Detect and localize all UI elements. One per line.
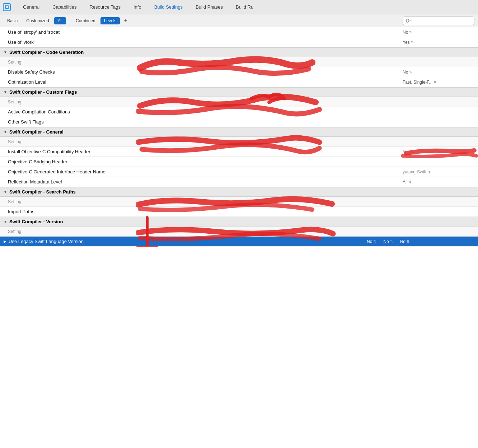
triangle-custom-flags: ▼: [4, 90, 7, 94]
levels-button[interactable]: Levels: [100, 17, 120, 24]
row-label-import-paths: Import Paths: [8, 209, 403, 214]
all-button[interactable]: All: [54, 17, 66, 24]
section-code-gen-label: Swift Compiler - Code Generation: [9, 50, 84, 55]
combined-button[interactable]: Combined: [72, 17, 99, 24]
triangle-search-paths: ▼: [4, 190, 7, 194]
legacy-swift-val1: No ⇅: [367, 239, 376, 244]
row-values-legacy-swift: No ⇅ No ⇅ No ⇅: [367, 239, 474, 244]
row-label-vfork: Use of 'vfork': [8, 39, 403, 45]
toolbar-divider: [69, 17, 69, 24]
basic-button[interactable]: Basic: [4, 17, 21, 24]
setting-label-code-gen: Setting: [8, 60, 403, 65]
stepper-legacy-1[interactable]: ⇅: [373, 239, 376, 243]
section-code-gen[interactable]: ▼ Swift Compiler - Code Generation: [0, 47, 478, 57]
section-search-paths-label: Swift Compiler - Search Paths: [9, 189, 76, 195]
row-label-legacy-swift: Use Legacy Swift Language Version: [9, 239, 367, 244]
tab-bar: General Capabilities Resource Tags Info …: [0, 0, 478, 14]
setting-label-swift-version: Setting: [8, 229, 403, 234]
section-swift-version-label: Swift Compiler - Version: [9, 219, 63, 224]
row-label-objc-interface: Objective-C Generated Interface Header N…: [8, 169, 403, 174]
row-value-strcpy: No ⇅: [403, 30, 474, 35]
tab-capabilities[interactable]: Capabilities: [46, 0, 83, 14]
setting-row-code-gen: Setting: [0, 57, 478, 67]
setting-row-swift-general: Setting: [0, 137, 478, 147]
row-objc-bridging[interactable]: Objective-C Bridging Header: [0, 157, 478, 167]
tab-general[interactable]: General: [17, 0, 46, 14]
row-value-reflection: All ⇅: [403, 179, 474, 185]
stepper-disable-safety[interactable]: ⇅: [409, 70, 412, 74]
row-value-optimization: Fast, Single-F... ⇅: [403, 80, 474, 85]
row-value-vfork: Yes ⇅: [403, 40, 474, 45]
row-label-install-objc: Install Objective-C Compatibility Header: [8, 149, 403, 154]
tab-info[interactable]: Info: [127, 0, 148, 14]
tab-build-phases[interactable]: Build Phases: [189, 0, 229, 14]
section-custom-flags-label: Swift Compiler - Custom Flags: [9, 89, 77, 95]
row-disable-safety[interactable]: Disable Safety Checks No ⇅: [0, 67, 478, 77]
row-label-disable-safety: Disable Safety Checks: [8, 69, 403, 75]
legacy-swift-val3: No ⇅: [400, 239, 409, 244]
sub-toolbar: Basic Customized All Combined Levels +: [0, 14, 478, 27]
tab-resource-tags[interactable]: Resource Tags: [83, 0, 127, 14]
row-label-strcpy: Use of 'strcpy' and 'strcat': [8, 29, 403, 35]
row-install-objc[interactable]: Install Objective-C Compatibility Header…: [0, 147, 478, 157]
stepper-strcpy[interactable]: ⇅: [409, 30, 412, 34]
settings-content: Use of 'strcpy' and 'strcat' No ⇅ Use of…: [0, 27, 478, 247]
row-label-objc-bridging: Objective-C Bridging Header: [8, 159, 403, 164]
row-reflection[interactable]: Reflection Metadata Level All ⇅: [0, 177, 478, 187]
setting-label-search-paths: Setting: [8, 199, 403, 204]
tab-build-rules[interactable]: Build Ru: [229, 0, 260, 14]
row-value-objc-interface: yutang-Swift.h: [403, 169, 474, 174]
stepper-legacy-3[interactable]: ⇅: [407, 239, 409, 243]
section-swift-general[interactable]: ▼ Swift Compiler - General: [0, 127, 478, 137]
search-box[interactable]: [403, 17, 474, 25]
row-label-other-swift-flags: Other Swift Flags: [8, 119, 403, 125]
row-active-compilation[interactable]: Active Compilation Conditions: [0, 107, 478, 117]
setting-row-custom-flags: Setting: [0, 97, 478, 107]
row-import-paths[interactable]: Import Paths: [0, 207, 478, 217]
tab-build-settings[interactable]: Build Settings: [148, 0, 189, 14]
stepper-optimization[interactable]: ⇅: [434, 80, 436, 84]
section-custom-flags[interactable]: ▼ Swift Compiler - Custom Flags: [0, 87, 478, 97]
row-vfork[interactable]: Use of 'vfork' Yes ⇅: [0, 37, 478, 47]
stepper-vfork[interactable]: ⇅: [411, 40, 414, 44]
triangle-code-gen: ▼: [4, 50, 7, 54]
row-other-swift-flags[interactable]: Other Swift Flags: [0, 117, 478, 127]
row-value-install-objc: Yes ⇅: [403, 149, 474, 154]
triangle-legacy-swift: ▶: [4, 239, 6, 243]
add-setting-button[interactable]: +: [121, 18, 129, 24]
stepper-install-objc[interactable]: ⇅: [411, 150, 414, 154]
setting-label-custom-flags: Setting: [8, 99, 403, 104]
stepper-legacy-2[interactable]: ⇅: [390, 239, 393, 243]
search-input[interactable]: [406, 18, 471, 23]
row-legacy-swift[interactable]: ▶ Use Legacy Swift Language Version No ⇅…: [0, 237, 478, 247]
legacy-swift-val2: No ⇅: [383, 239, 393, 244]
row-value-disable-safety: No ⇅: [403, 70, 474, 75]
triangle-swift-version: ▼: [4, 220, 7, 224]
row-optimization[interactable]: Optimization Level Fast, Single-F... ⇅: [0, 77, 478, 87]
row-objc-interface[interactable]: Objective-C Generated Interface Header N…: [0, 167, 478, 177]
triangle-swift-general: ▼: [4, 130, 7, 134]
customized-button[interactable]: Customized: [23, 17, 52, 24]
row-strcpy[interactable]: Use of 'strcpy' and 'strcat' No ⇅: [0, 27, 478, 37]
xcode-icon: [3, 3, 11, 11]
setting-row-swift-version: Setting: [0, 227, 478, 237]
section-search-paths[interactable]: ▼ Swift Compiler - Search Paths: [0, 187, 478, 197]
row-label-active-compilation: Active Compilation Conditions: [8, 109, 403, 115]
setting-row-search-paths: Setting: [0, 197, 478, 207]
stepper-reflection[interactable]: ⇅: [408, 180, 411, 184]
section-swift-version[interactable]: ▼ Swift Compiler - Version: [0, 217, 478, 227]
row-label-reflection: Reflection Metadata Level: [8, 179, 403, 185]
section-swift-general-label: Swift Compiler - General: [9, 129, 64, 135]
setting-label-swift-general: Setting: [8, 139, 403, 144]
row-label-optimization: Optimization Level: [8, 79, 403, 85]
